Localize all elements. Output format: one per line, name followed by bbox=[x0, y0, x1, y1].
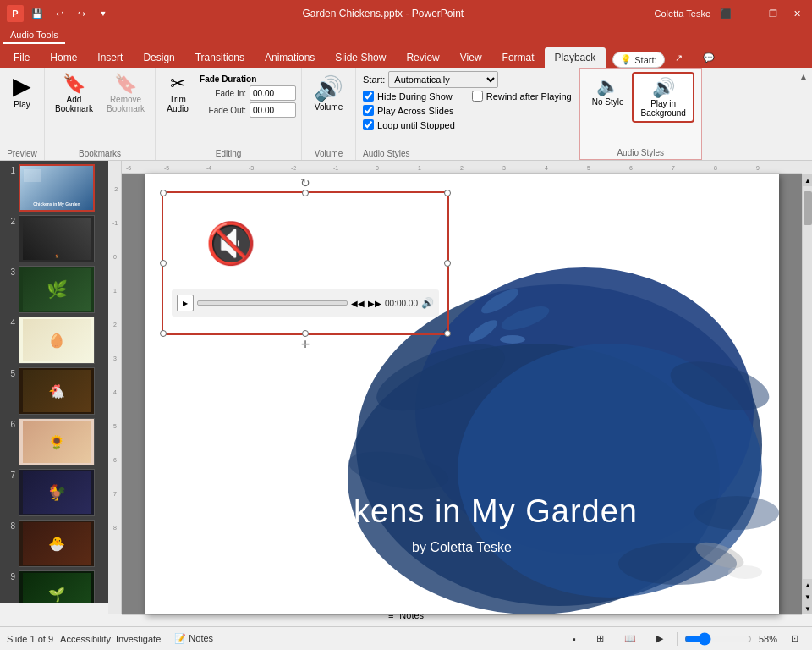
play-in-background-button[interactable]: 🔊 Play inBackground bbox=[632, 72, 694, 123]
scroll-bottom-button[interactable]: ▼ bbox=[803, 603, 812, 614]
fade-in-input[interactable] bbox=[250, 85, 296, 101]
audio-widget[interactable]: ↻ 🔇 bbox=[162, 191, 449, 335]
ribbon-display-button[interactable]: ⬛ bbox=[717, 5, 734, 22]
audio-play-button[interactable]: ▶ bbox=[177, 295, 194, 311]
handle-top-right[interactable] bbox=[444, 190, 451, 196]
slide-thumb-9[interactable]: 9 🌱 bbox=[3, 570, 105, 603]
slide-thumb-7[interactable]: 7 🐓 bbox=[3, 469, 105, 516]
share-button[interactable]: ↗ bbox=[665, 47, 693, 68]
canvas-area[interactable]: Chickens in My Garden by Coletta Teske ↻ bbox=[122, 174, 802, 614]
audio-time-display: 00:00.00 bbox=[385, 299, 418, 308]
start-dropdown[interactable]: Automatically On Click When Clicked On bbox=[388, 71, 498, 88]
volume-group-label: Volume bbox=[315, 147, 343, 158]
slide-thumb-4[interactable]: 4 🥚 bbox=[3, 317, 105, 364]
no-style-button[interactable]: 🔈 No Style bbox=[587, 72, 629, 110]
svg-point-41 bbox=[500, 335, 525, 344]
slide-canvas[interactable]: Chickens in My Garden by Coletta Teske ↻ bbox=[145, 174, 779, 614]
tab-view[interactable]: View bbox=[450, 47, 492, 68]
redo-button[interactable]: ↪ bbox=[73, 5, 90, 22]
left-checkboxes: Hide During Show Play Across Slides Loop… bbox=[363, 91, 455, 130]
hide-during-show-checkbox[interactable] bbox=[363, 91, 374, 102]
scroll-thumb[interactable] bbox=[804, 191, 812, 225]
play-label: Play bbox=[14, 100, 30, 109]
scroll-up-button[interactable]: ▲ bbox=[803, 174, 812, 186]
slide-thumb-1[interactable]: 1 Chickens in My Garden bbox=[3, 164, 105, 212]
minimize-button[interactable]: ─ bbox=[741, 5, 758, 22]
vertical-scrollbar[interactable]: ▲ ▲ ▼ ▼ bbox=[802, 174, 812, 614]
hide-during-show-row[interactable]: Hide During Show bbox=[363, 91, 455, 102]
tab-home[interactable]: Home bbox=[40, 47, 87, 68]
rewind-after-playing-row[interactable]: Rewind after Playing bbox=[472, 91, 572, 102]
tab-file[interactable]: File bbox=[3, 47, 40, 68]
play-button[interactable]: ▶ Play bbox=[5, 71, 39, 113]
fade-out-input[interactable] bbox=[250, 102, 296, 118]
remove-bookmark-button[interactable]: 🔖 RemoveBookmark bbox=[102, 71, 150, 117]
tell-me-label: Start: bbox=[634, 55, 656, 65]
rewind-after-playing-checkbox[interactable] bbox=[472, 91, 483, 102]
audio-skip-forward-button[interactable]: ▶▶ bbox=[368, 296, 381, 310]
slide-thumb-5[interactable]: 5 🐔 bbox=[3, 367, 105, 415]
handle-middle-right[interactable] bbox=[444, 260, 451, 267]
loop-until-stopped-row[interactable]: Loop until Stopped bbox=[363, 119, 455, 130]
view-reading-button[interactable]: 📖 bbox=[617, 631, 643, 646]
audio-volume-icon[interactable]: 🔊 bbox=[421, 297, 434, 309]
svg-text:0: 0 bbox=[113, 254, 117, 260]
comments-button[interactable]: 💬 bbox=[693, 47, 725, 68]
add-bookmark-button[interactable]: 🔖 AddBookmark bbox=[50, 71, 98, 117]
tab-insert[interactable]: Insert bbox=[87, 47, 133, 68]
handle-middle-left[interactable] bbox=[160, 260, 167, 267]
view-normal-button[interactable]: ▪ bbox=[566, 632, 583, 646]
hide-during-show-label: Hide During Show bbox=[377, 91, 453, 102]
trim-audio-label: TrimAudio bbox=[167, 95, 189, 113]
ribbon-group-preview: ▶ Play Preview bbox=[0, 68, 45, 160]
svg-text:5: 5 bbox=[587, 165, 590, 171]
slide-thumb-3[interactable]: 3 🌿 bbox=[3, 266, 105, 313]
scroll-down-button-up[interactable]: ▲ bbox=[803, 579, 812, 591]
ribbon-collapse-button[interactable]: ▲ bbox=[795, 68, 812, 160]
view-slide-sorter-button[interactable]: ⊞ bbox=[590, 631, 611, 646]
speaker-icon: 🔇 bbox=[206, 220, 256, 267]
move-handle[interactable]: ✛ bbox=[301, 339, 310, 350]
play-across-slides-row[interactable]: Play Across Slides bbox=[363, 105, 455, 116]
tab-animations[interactable]: Animations bbox=[255, 47, 325, 68]
slide-thumb-6[interactable]: 6 🌻 bbox=[3, 418, 105, 465]
slide-thumb-2[interactable]: 2 🐓 bbox=[3, 215, 105, 262]
fit-slide-button[interactable]: ⊡ bbox=[784, 631, 805, 646]
horizontal-scrollbar[interactable] bbox=[122, 614, 802, 615]
zoom-slider[interactable] bbox=[684, 632, 752, 646]
handle-top-middle[interactable] bbox=[302, 190, 309, 196]
handle-top-left[interactable] bbox=[160, 190, 167, 196]
save-button[interactable]: 💾 bbox=[29, 5, 46, 22]
pp-logo-icon[interactable]: P bbox=[7, 5, 24, 22]
restore-button[interactable]: ❐ bbox=[765, 5, 782, 22]
handle-bottom-middle[interactable] bbox=[302, 330, 309, 337]
trim-audio-button[interactable]: ✂ TrimAudio bbox=[161, 71, 195, 117]
play-across-slides-checkbox[interactable] bbox=[363, 105, 374, 116]
volume-button[interactable]: 🔊 Volume bbox=[309, 71, 348, 115]
customize-quick-access-button[interactable]: ▼ bbox=[95, 5, 112, 22]
tab-design[interactable]: Design bbox=[133, 47, 184, 68]
tab-transitions[interactable]: Transitions bbox=[185, 47, 255, 68]
handle-bottom-left[interactable] bbox=[160, 330, 167, 337]
slide-thumb-8[interactable]: 8 🐣 bbox=[3, 520, 105, 567]
svg-text:8: 8 bbox=[714, 165, 717, 171]
undo-button[interactable]: ↩ bbox=[51, 5, 68, 22]
audio-progress-bar[interactable] bbox=[197, 300, 348, 306]
user-name[interactable]: Coletta Teske bbox=[655, 8, 710, 19]
scroll-down-button[interactable]: ▼ bbox=[803, 591, 812, 603]
add-bookmark-icon: 🔖 bbox=[63, 74, 85, 93]
tell-me-input[interactable]: 💡 Start: bbox=[612, 52, 664, 68]
rotate-handle[interactable]: ↻ bbox=[300, 176, 310, 190]
view-slideshow-button[interactable]: ▶ bbox=[650, 631, 670, 646]
svg-text:1: 1 bbox=[418, 165, 421, 171]
tab-playback[interactable]: Playback bbox=[545, 47, 606, 68]
tab-format[interactable]: Format bbox=[492, 47, 545, 68]
tab-review[interactable]: Review bbox=[396, 47, 449, 68]
tab-slideshow[interactable]: Slide Show bbox=[325, 47, 396, 68]
loop-until-stopped-checkbox[interactable] bbox=[363, 119, 374, 130]
handle-bottom-right[interactable] bbox=[444, 330, 451, 337]
close-button[interactable]: ✕ bbox=[788, 5, 805, 22]
audio-skip-back-button[interactable]: ◀◀ bbox=[351, 296, 365, 310]
status-bar: Slide 1 of 9 Accessibility: Investigate … bbox=[0, 626, 812, 650]
notes-button[interactable]: 📝 Notes bbox=[167, 631, 220, 646]
